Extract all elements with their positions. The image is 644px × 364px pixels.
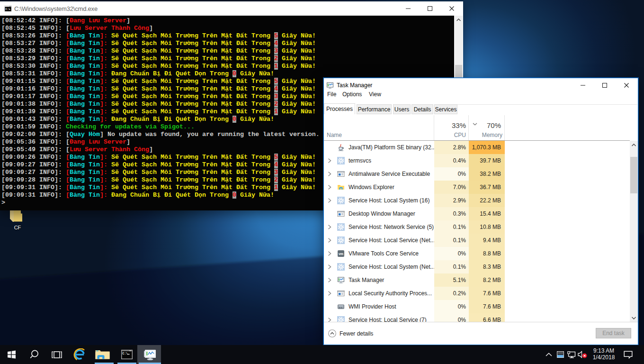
svg-text:C:\: C:\ <box>122 352 128 355</box>
svg-text:C:\: C:\ <box>6 8 11 11</box>
svg-text:vm: vm <box>339 252 343 255</box>
